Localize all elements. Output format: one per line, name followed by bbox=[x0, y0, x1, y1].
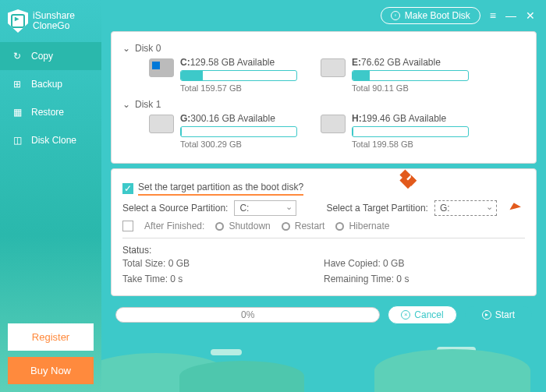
brand-text: iSunshare CloneGo bbox=[33, 11, 75, 31]
radio-restart[interactable]: Restart bbox=[282, 221, 325, 231]
source-label: Select a Source Partition: bbox=[122, 203, 228, 214]
drive-icon bbox=[149, 115, 174, 133]
source-partition-select[interactable]: C: bbox=[234, 200, 296, 216]
progress-bar: 0% bbox=[115, 307, 380, 323]
buy-button[interactable]: Buy Now bbox=[8, 357, 94, 384]
nav-backup[interactable]: ⊞ Backup bbox=[0, 70, 101, 98]
partition-g[interactable]: G:300.16 GB Available Total 300.29 GB bbox=[149, 113, 297, 149]
annotation-arrow-icon bbox=[396, 166, 420, 189]
chevron-down-icon: ⌄ bbox=[122, 43, 130, 54]
nav-diskclone[interactable]: ◫ Disk Clone bbox=[0, 126, 101, 154]
target-label: Select a Target Partition: bbox=[326, 203, 428, 214]
disk0-header[interactable]: ⌄ Disk 0 bbox=[122, 43, 525, 54]
radio-shutdown[interactable]: Shutdown bbox=[215, 221, 270, 231]
after-finished-label: After Finished: bbox=[144, 221, 204, 231]
disk-list-panel: ⌄ Disk 0 C:129.58 GB Available Total 159… bbox=[111, 31, 537, 164]
minimize-icon[interactable]: — bbox=[505, 9, 516, 22]
disc-icon: ◦ bbox=[391, 11, 400, 20]
set-boot-label: Set the target partition as the boot dis… bbox=[138, 182, 303, 196]
nav-restore[interactable]: ▦ Restore bbox=[0, 98, 101, 126]
nav-copy[interactable]: ↻ Copy bbox=[0, 42, 101, 70]
close-icon[interactable]: ✕ bbox=[526, 9, 535, 22]
title-bar: ◦ Make Boot Disk ≡ — ✕ bbox=[101, 0, 546, 31]
status-label: Status: bbox=[122, 245, 525, 256]
refresh-icon: ↻ bbox=[11, 50, 23, 62]
logo: iSunshare CloneGo bbox=[0, 0, 101, 42]
partition-h[interactable]: H:199.46 GB Available Total 199.58 GB bbox=[321, 113, 469, 149]
restore-icon: ▦ bbox=[11, 106, 23, 118]
plus-box-icon: ⊞ bbox=[11, 78, 23, 90]
cancel-button[interactable]: × Cancel bbox=[388, 305, 456, 324]
disk1-header[interactable]: ⌄ Disk 1 bbox=[122, 99, 525, 110]
have-copied: Have Copied: 0 GB bbox=[324, 256, 525, 271]
total-size: Total Size: 0 GB bbox=[122, 256, 324, 271]
after-finished-checkbox[interactable] bbox=[122, 221, 133, 231]
sidebar: iSunshare CloneGo ↻ Copy ⊞ Backup ▦ Rest… bbox=[0, 0, 101, 392]
radio-hibernate[interactable]: Hibernate bbox=[335, 221, 389, 231]
make-boot-disk-button[interactable]: ◦ Make Boot Disk bbox=[381, 7, 480, 24]
disk-icon: ◫ bbox=[11, 134, 23, 147]
menu-icon[interactable]: ≡ bbox=[490, 9, 496, 22]
drive-icon bbox=[321, 58, 346, 77]
main-area: ◦ Make Boot Disk ≡ — ✕ ⌄ Disk 0 C:129.58… bbox=[101, 0, 546, 392]
partition-c[interactable]: C:129.58 GB Available Total 159.57 GB bbox=[149, 57, 297, 93]
start-button[interactable]: ▸ Start bbox=[465, 306, 532, 323]
os-drive-icon bbox=[149, 58, 174, 77]
scenery bbox=[101, 345, 546, 392]
drive-icon bbox=[321, 115, 346, 133]
chevron-down-icon: ⌄ bbox=[122, 99, 130, 110]
remaining-time: Remaining Time: 0 s bbox=[324, 271, 525, 287]
partition-e[interactable]: E:76.62 GB Available Total 90.11 GB bbox=[321, 57, 469, 93]
target-partition-select[interactable]: G: bbox=[434, 200, 497, 216]
take-time: Take Time: 0 s bbox=[122, 271, 324, 287]
bottom-bar: 0% × Cancel ▸ Start bbox=[101, 301, 546, 332]
register-button[interactable]: Register bbox=[8, 323, 94, 351]
config-panel: ✓ Set the target partition as the boot d… bbox=[111, 168, 537, 296]
x-circle-icon: × bbox=[401, 310, 410, 320]
shield-icon bbox=[8, 9, 28, 33]
set-boot-checkbox[interactable]: ✓ bbox=[122, 183, 133, 194]
play-circle-icon: ▸ bbox=[482, 310, 491, 320]
